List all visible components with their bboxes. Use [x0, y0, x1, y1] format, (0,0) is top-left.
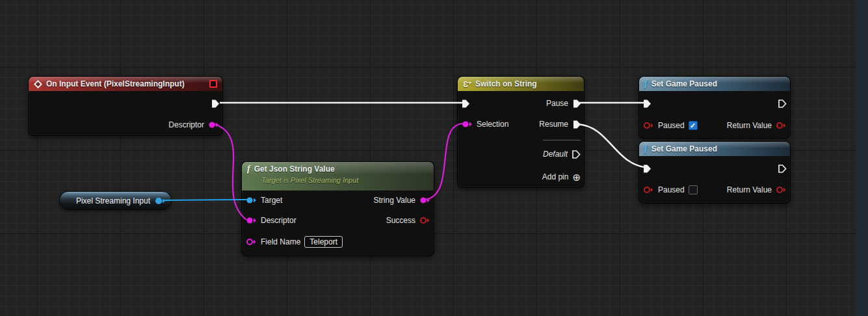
node-header: On Input Event (PixelStreamingInput) [29, 77, 222, 91]
field-name-input-pin[interactable] [246, 238, 257, 246]
node-header: f Get Json String Value Target is Pixel … [242, 162, 434, 191]
paused-input-pin[interactable] [643, 122, 654, 129]
node-variable-pixel-streaming-input[interactable]: Pixel Streaming Input [59, 191, 172, 210]
success-output-pin[interactable] [419, 217, 430, 224]
target-input-pin[interactable] [246, 196, 257, 204]
pin-label-target: Target [261, 196, 282, 205]
pin-label-resume: Resume [539, 120, 568, 129]
wire-exec-resume-to-setpaused2[interactable] [578, 124, 648, 168]
default-exec-output-pin[interactable] [572, 150, 581, 159]
string-value-output-pin[interactable] [419, 196, 430, 204]
node-switch-on-string[interactable]: Ɛ⁺ Switch on String Pause Selection Resu… [457, 76, 585, 188]
node-set-game-paused-2[interactable]: f Set Game Paused Paused Return Value [638, 141, 791, 204]
pin-label-field-name: Field Name [261, 237, 300, 246]
node-title: Get Json String Value [254, 165, 335, 174]
node-header: f Set Game Paused [639, 142, 790, 156]
pin-label-paused: Paused [658, 121, 685, 130]
function-icon: f [644, 144, 648, 153]
function-icon: f [644, 79, 648, 88]
pin-label-string-value: String Value [374, 196, 415, 205]
paused-input-pin[interactable] [643, 186, 654, 194]
return-value-output-pin[interactable] [776, 122, 787, 129]
node-on-input-event[interactable]: On Input Event (PixelStreamingInput) Des… [28, 76, 223, 136]
panel-edge [856, 0, 868, 316]
event-icon [34, 80, 42, 88]
node-header: f Set Game Paused [639, 77, 790, 91]
node-set-game-paused-1[interactable]: f Set Game Paused Paused ✓ Return Value [638, 76, 791, 138]
add-pin-label: Add pin [542, 172, 569, 181]
field-name-input[interactable]: Teleport [304, 236, 343, 248]
descriptor-input-pin[interactable] [246, 217, 257, 224]
exec-output-pin[interactable] [211, 99, 220, 109]
event-enabled-icon [209, 80, 217, 88]
pin-label-pause: Pause [546, 99, 568, 108]
node-header: Ɛ⁺ Switch on String [458, 77, 584, 91]
paused-checkbox-unchecked[interactable] [689, 185, 698, 194]
pin-label-descriptor: Descriptor [261, 216, 296, 225]
pin-divider [543, 140, 581, 140]
pin-label-return-value: Return Value [727, 121, 772, 130]
add-pin-icon[interactable]: ⊕ [572, 172, 581, 182]
pin-label-return-value: Return Value [727, 185, 772, 194]
node-title: On Input Event (PixelStreamingInput) [46, 79, 185, 88]
pin-label-default: Default [543, 150, 568, 159]
exec-output-pin[interactable] [778, 164, 787, 174]
paused-checkbox-checked[interactable]: ✓ [689, 121, 698, 130]
return-value-output-pin[interactable] [776, 186, 787, 194]
variable-label: Pixel Streaming Input [76, 196, 150, 205]
node-title: Set Game Paused [651, 79, 717, 88]
wire-variable-to-target[interactable] [163, 200, 247, 200]
exec-output-pin[interactable] [778, 99, 787, 109]
pin-label-descriptor: Descriptor [168, 120, 204, 129]
pin-label-success: Success [386, 216, 415, 225]
pin-label-selection: Selection [477, 120, 508, 129]
blueprint-graph-canvas[interactable]: On Input Event (PixelStreamingInput) Des… [0, 0, 868, 316]
node-title: Switch on String [475, 79, 537, 88]
function-icon: f [247, 165, 250, 174]
node-title: Set Game Paused [651, 144, 717, 153]
node-subtitle: Target is Pixel Streaming Input [261, 176, 428, 184]
node-get-json-string-value[interactable]: f Get Json String Value Target is Pixel … [241, 161, 434, 256]
switch-icon: Ɛ⁺ [463, 80, 471, 88]
selection-input-pin[interactable] [462, 120, 473, 128]
pin-label-paused: Paused [658, 185, 685, 194]
